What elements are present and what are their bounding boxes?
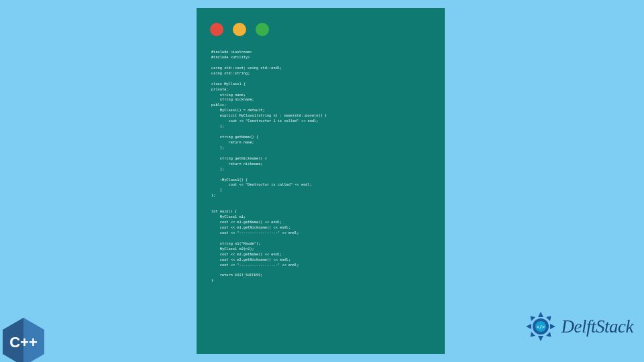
- traffic-lights: [210, 23, 269, 36]
- svg-marker-8: [530, 332, 535, 337]
- svg-marker-4: [546, 316, 551, 322]
- code-content: #include <iostream> #include <utility> u…: [211, 50, 435, 345]
- zoom-icon: [256, 23, 269, 36]
- minimize-icon: [233, 23, 246, 36]
- svg-text:</>: </>: [536, 324, 545, 330]
- delftstack-text: DelftStack: [561, 316, 633, 337]
- svg-marker-7: [538, 336, 543, 341]
- cpp-logo: C++: [0, 316, 47, 362]
- close-icon: [210, 23, 223, 36]
- svg-marker-3: [538, 312, 543, 317]
- svg-marker-6: [546, 332, 551, 337]
- delftstack-icon: </>: [524, 310, 557, 343]
- svg-marker-9: [526, 324, 531, 329]
- delftstack-logo: </> DelftStack: [524, 310, 633, 343]
- code-window: #include <iostream> #include <utility> u…: [197, 8, 445, 354]
- svg-marker-10: [530, 316, 535, 322]
- cpp-logo-text: C++: [9, 334, 38, 351]
- svg-marker-5: [550, 324, 555, 329]
